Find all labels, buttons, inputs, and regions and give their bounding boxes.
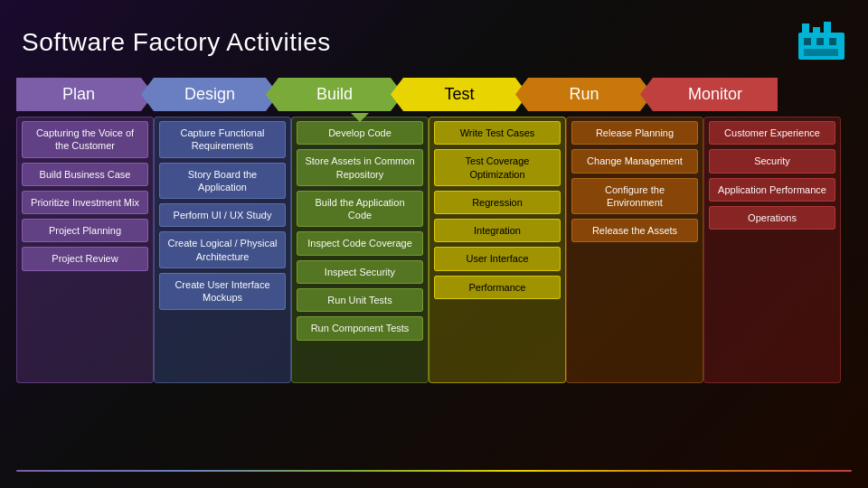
list-item: Security [709, 149, 835, 173]
plan-column: Capturing the Voice of the Customer Buil… [16, 117, 154, 383]
list-item: Build Business Case [22, 163, 148, 186]
list-item: Perform UI / UX Study [159, 203, 286, 227]
test-column: Write Test Cases Test Coverage Optimizat… [429, 117, 566, 383]
svg-rect-6 [829, 38, 836, 45]
run-column: Release Planning Change Management Confi… [566, 117, 703, 383]
svg-rect-3 [824, 22, 831, 34]
run-label: Run [569, 85, 599, 104]
svg-rect-2 [813, 27, 820, 34]
build-label: Build [316, 85, 353, 104]
main-area: Plan Design Build Test Run Monitor Captu… [0, 78, 868, 392]
monitor-column: Customer Experience Security Application… [703, 117, 841, 383]
list-item: Write Test Cases [434, 121, 561, 145]
phase-header-plan: Plan [16, 78, 154, 111]
list-item: Performance [434, 276, 561, 299]
list-item: Inspect Code Coverage [297, 231, 423, 255]
list-item: Store Assets in Common Repository [297, 149, 423, 186]
list-item: Prioritize Investment Mix [22, 191, 148, 214]
build-column: Develop Code Store Assets in Common Repo… [291, 117, 429, 383]
list-item: Run Unit Tests [297, 288, 423, 312]
phase-header-build: Build [266, 78, 403, 111]
build-arrow-indicator [351, 113, 369, 122]
title-bar: Software Factory Activities [0, 0, 868, 78]
list-item: Run Component Tests [297, 316, 423, 340]
svg-rect-5 [816, 38, 824, 45]
phase-header-test: Test [391, 78, 528, 111]
list-item: Integration [434, 219, 561, 242]
list-item: Capture Functional Requirements [159, 121, 286, 158]
list-item: Release the Assets [571, 219, 698, 242]
list-item: Test Coverage Optimization [434, 149, 561, 186]
list-item: Create Logical / Physical Architecture [159, 231, 286, 268]
cards-area: Capturing the Voice of the Customer Buil… [16, 117, 852, 383]
list-item: Project Review [22, 247, 148, 270]
design-label: Design [184, 85, 235, 104]
phase-header-design: Design [141, 78, 278, 111]
factory-icon [797, 16, 846, 69]
list-item: Operations [709, 206, 835, 230]
list-item: Story Board the Application [159, 163, 286, 200]
list-item: Release Planning [571, 121, 698, 145]
page-title: Software Factory Activities [22, 28, 331, 57]
phase-header-run: Run [515, 78, 653, 111]
plan-label: Plan [62, 85, 95, 104]
list-item: Create User Interface Mockups [159, 273, 286, 310]
phase-headers: Plan Design Build Test Run Monitor [16, 78, 852, 111]
list-item: Project Planning [22, 219, 148, 242]
bottom-line-decoration [16, 470, 852, 472]
list-item: Develop Code [297, 121, 423, 145]
svg-rect-7 [804, 49, 838, 56]
list-item: Change Management [571, 149, 698, 173]
svg-rect-1 [802, 23, 809, 34]
list-item: Regression [434, 191, 561, 214]
list-item: Application Performance [709, 178, 835, 202]
phase-header-monitor: Monitor [640, 78, 778, 111]
design-column: Capture Functional Requirements Story Bo… [154, 117, 291, 383]
monitor-label: Monitor [688, 85, 742, 104]
list-item: Customer Experience [709, 121, 835, 145]
list-item: Build the Application Code [297, 191, 423, 228]
test-label: Test [444, 85, 474, 104]
svg-rect-4 [804, 38, 811, 45]
slide: Software Factory Activities Plan Design [0, 0, 868, 488]
list-item: Inspect Security [297, 260, 423, 284]
list-item: User Interface [434, 247, 561, 270]
list-item: Capturing the Voice of the Customer [22, 121, 148, 158]
list-item: Configure the Environment [571, 178, 698, 215]
